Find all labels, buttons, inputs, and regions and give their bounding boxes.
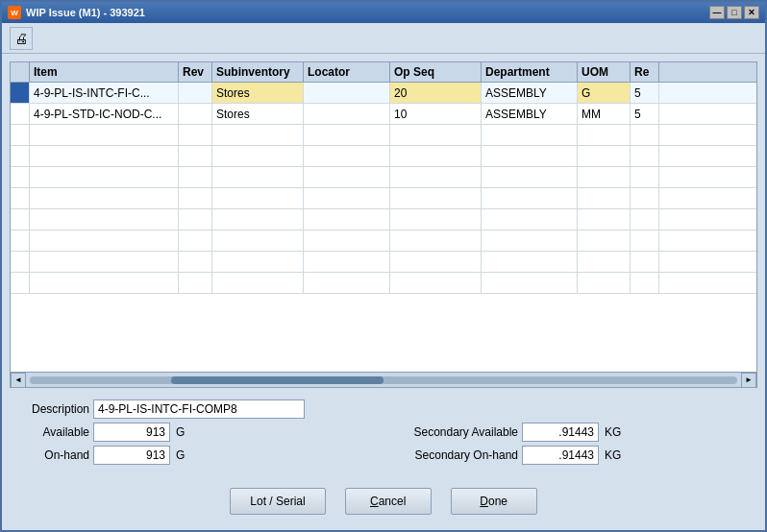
empty-row bbox=[11, 125, 756, 146]
empty-row bbox=[11, 273, 756, 294]
available-unit: G bbox=[176, 425, 185, 439]
table-row[interactable]: 4-9-PL-STD-IC-NOD-C... Stores 10 ASSEMBL… bbox=[11, 104, 756, 125]
sec-onhand-value: .91443 bbox=[522, 446, 599, 465]
description-label: Description bbox=[17, 402, 89, 416]
lot-serial-button[interactable]: Lot / Serial bbox=[230, 488, 325, 515]
table-body: 4-9-PL-IS-INTC-FI-C... Stores 20 ASSEMBL… bbox=[11, 83, 756, 372]
cell-re: 5 bbox=[631, 104, 659, 124]
cell-rev bbox=[179, 83, 212, 103]
cancel-label: Cancel bbox=[370, 495, 406, 508]
done-label: Done bbox=[480, 495, 507, 508]
scroll-right-button[interactable]: ► bbox=[741, 373, 756, 388]
cell-department: ASSEMBLY bbox=[482, 83, 578, 103]
description-row: Description 4-9-PL-IS-INTC-FI-COMP8 bbox=[17, 399, 750, 419]
empty-row bbox=[11, 146, 756, 167]
col-header-uom: UOM bbox=[578, 62, 631, 82]
cancel-button[interactable]: Cancel bbox=[345, 488, 432, 515]
main-content: Item Rev Subinventory Locator Op Seq Dep… bbox=[2, 54, 765, 530]
cell-opseq: 20 bbox=[390, 83, 482, 103]
window-title: WIP Issue (M1) - 393921 bbox=[26, 7, 145, 18]
button-area: Lot / Serial Cancel Done bbox=[10, 480, 757, 522]
sec-available-unit: KG bbox=[605, 425, 621, 439]
print-button[interactable]: 🖨 bbox=[10, 27, 33, 50]
cell-subinventory: Stores bbox=[212, 104, 304, 124]
close-button[interactable]: ✕ bbox=[744, 6, 759, 19]
info-right: Secondary Available .91443 KG Secondary … bbox=[393, 423, 750, 469]
items-table: Item Rev Subinventory Locator Op Seq Dep… bbox=[10, 61, 757, 388]
horizontal-scrollbar[interactable]: ◄ ► bbox=[11, 372, 756, 387]
col-header-rev: Rev bbox=[179, 62, 212, 82]
titlebar: W WIP Issue (M1) - 393921 — □ ✕ bbox=[2, 2, 765, 23]
toolbar: 🖨 bbox=[2, 23, 765, 54]
table-row[interactable]: 4-9-PL-IS-INTC-FI-C... Stores 20 ASSEMBL… bbox=[11, 83, 756, 104]
info-area: Description 4-9-PL-IS-INTC-FI-COMP8 Avai… bbox=[10, 394, 757, 474]
empty-row bbox=[11, 230, 756, 252]
cell-rev bbox=[179, 104, 212, 124]
col-header-item: Item bbox=[30, 62, 179, 82]
scrollbar-thumb[interactable] bbox=[171, 376, 384, 384]
empty-row bbox=[11, 167, 756, 188]
col-selector-header bbox=[11, 62, 30, 82]
titlebar-controls[interactable]: — □ ✕ bbox=[709, 6, 759, 19]
sec-onhand-unit: KG bbox=[605, 448, 621, 462]
cell-uom: MM bbox=[578, 104, 631, 124]
onhand-value: 913 bbox=[93, 446, 170, 465]
col-header-locator: Locator bbox=[304, 62, 390, 82]
minimize-button[interactable]: — bbox=[709, 6, 725, 19]
table-header: Item Rev Subinventory Locator Op Seq Dep… bbox=[11, 62, 756, 83]
cell-re: 5 bbox=[631, 83, 659, 103]
row-selector bbox=[11, 104, 30, 124]
cell-locator bbox=[304, 104, 390, 124]
sec-onhand-label: Secondary On-hand bbox=[393, 448, 518, 462]
col-header-opseq: Op Seq bbox=[390, 62, 482, 82]
onhand-label: On-hand bbox=[17, 448, 89, 462]
cell-department: ASSEMBLY bbox=[482, 104, 578, 124]
info-columns: Available 913 G On-hand 913 G bbox=[17, 423, 750, 469]
description-value: 4-9-PL-IS-INTC-FI-COMP8 bbox=[93, 399, 305, 419]
cell-item: 4-9-PL-STD-IC-NOD-C... bbox=[30, 104, 179, 124]
available-row: Available 913 G bbox=[17, 423, 374, 442]
cell-uom: G bbox=[578, 83, 631, 103]
sec-available-value: .91443 bbox=[522, 423, 599, 442]
empty-row bbox=[11, 188, 756, 209]
cell-item: 4-9-PL-IS-INTC-FI-C... bbox=[30, 83, 179, 103]
empty-row bbox=[11, 252, 756, 273]
scrollbar-track[interactable] bbox=[30, 376, 737, 384]
sec-available-row: Secondary Available .91443 KG bbox=[393, 423, 750, 442]
onhand-unit: G bbox=[176, 448, 185, 462]
maximize-button[interactable]: □ bbox=[727, 6, 742, 19]
cell-locator bbox=[304, 83, 390, 103]
available-value: 913 bbox=[93, 423, 170, 442]
app-icon: W bbox=[8, 6, 21, 19]
print-icon: 🖨 bbox=[14, 31, 28, 46]
cell-opseq: 10 bbox=[390, 104, 482, 124]
titlebar-left: W WIP Issue (M1) - 393921 bbox=[8, 6, 145, 19]
row-selector bbox=[11, 83, 30, 103]
info-left: Available 913 G On-hand 913 G bbox=[17, 423, 374, 469]
col-header-subinventory: Subinventory bbox=[212, 62, 304, 82]
scroll-left-button[interactable]: ◄ bbox=[11, 373, 26, 388]
available-label: Available bbox=[17, 425, 89, 439]
empty-row bbox=[11, 209, 756, 230]
col-header-re: Re bbox=[631, 62, 659, 82]
col-header-department: Department bbox=[482, 62, 578, 82]
cell-subinventory: Stores bbox=[212, 83, 304, 103]
sec-onhand-row: Secondary On-hand .91443 KG bbox=[393, 446, 750, 465]
done-button[interactable]: Done bbox=[451, 488, 537, 515]
row-selected-indicator bbox=[14, 87, 26, 99]
main-window: W WIP Issue (M1) - 393921 — □ ✕ 🖨 Item R… bbox=[0, 0, 767, 532]
sec-available-label: Secondary Available bbox=[393, 425, 518, 439]
onhand-row: On-hand 913 G bbox=[17, 446, 374, 465]
